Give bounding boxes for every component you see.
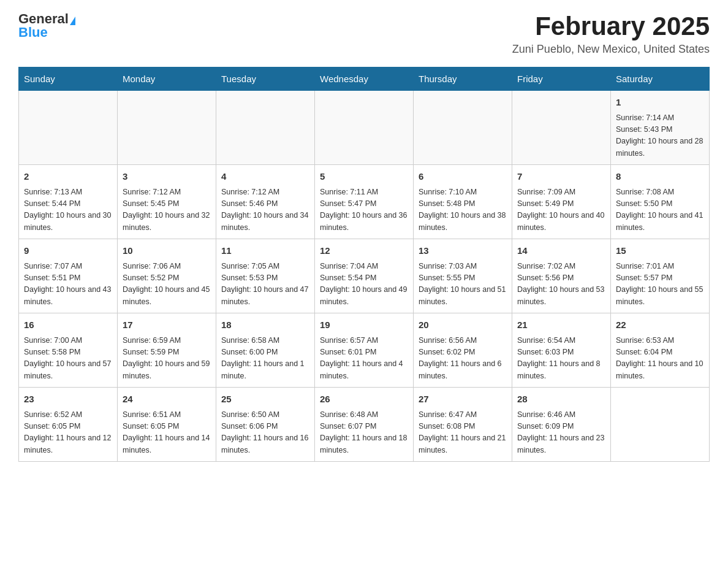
calendar-cell: 20Sunrise: 6:56 AMSunset: 6:02 PMDayligh… <box>414 313 512 388</box>
day-number: 22 <box>616 318 704 332</box>
day-number: 17 <box>123 318 211 332</box>
calendar-week-row: 16Sunrise: 7:00 AMSunset: 5:58 PMDayligh… <box>19 313 710 388</box>
day-of-week-header: Friday <box>512 67 611 91</box>
day-info: Sunrise: 7:13 AMSunset: 5:44 PMDaylight:… <box>24 186 112 234</box>
calendar-week-row: 23Sunrise: 6:52 AMSunset: 6:05 PMDayligh… <box>19 388 710 462</box>
day-info: Sunrise: 7:05 AMSunset: 5:53 PMDaylight:… <box>221 261 309 308</box>
day-number: 15 <box>616 244 704 258</box>
location-subtitle: Zuni Pueblo, New Mexico, United States <box>512 43 710 56</box>
day-number: 5 <box>320 170 408 184</box>
day-number: 1 <box>616 96 704 110</box>
day-of-week-header: Tuesday <box>216 67 315 91</box>
day-number: 8 <box>616 170 704 184</box>
day-number: 6 <box>419 170 507 184</box>
day-number: 14 <box>517 244 605 258</box>
calendar-cell <box>216 91 315 165</box>
calendar-cell <box>414 91 512 165</box>
calendar-cell: 23Sunrise: 6:52 AMSunset: 6:05 PMDayligh… <box>19 388 118 462</box>
calendar-cell: 24Sunrise: 6:51 AMSunset: 6:05 PMDayligh… <box>118 388 216 462</box>
calendar-cell <box>611 388 710 462</box>
calendar-cell: 14Sunrise: 7:02 AMSunset: 5:56 PMDayligh… <box>512 239 611 313</box>
header-row: SundayMondayTuesdayWednesdayThursdayFrid… <box>19 67 710 91</box>
calendar-cell: 16Sunrise: 7:00 AMSunset: 5:58 PMDayligh… <box>19 313 118 388</box>
calendar-cell: 11Sunrise: 7:05 AMSunset: 5:53 PMDayligh… <box>216 239 315 313</box>
day-of-week-header: Monday <box>118 67 216 91</box>
calendar-cell: 13Sunrise: 7:03 AMSunset: 5:55 PMDayligh… <box>414 239 512 313</box>
day-info: Sunrise: 7:08 AMSunset: 5:50 PMDaylight:… <box>616 186 704 234</box>
day-number: 3 <box>123 170 211 184</box>
day-info: Sunrise: 6:50 AMSunset: 6:06 PMDaylight:… <box>221 409 309 457</box>
day-number: 25 <box>221 393 309 407</box>
day-info: Sunrise: 7:11 AMSunset: 5:47 PMDaylight:… <box>320 186 408 234</box>
day-number: 16 <box>24 318 112 332</box>
day-of-week-header: Saturday <box>611 67 710 91</box>
calendar-cell: 10Sunrise: 7:06 AMSunset: 5:52 PMDayligh… <box>118 239 216 313</box>
day-number: 4 <box>221 170 309 184</box>
calendar-cell: 12Sunrise: 7:04 AMSunset: 5:54 PMDayligh… <box>315 239 414 313</box>
day-number: 28 <box>517 393 605 407</box>
calendar-cell: 8Sunrise: 7:08 AMSunset: 5:50 PMDaylight… <box>611 165 710 239</box>
day-number: 27 <box>419 393 507 407</box>
calendar-cell: 17Sunrise: 6:59 AMSunset: 5:59 PMDayligh… <box>118 313 216 388</box>
calendar-header: SundayMondayTuesdayWednesdayThursdayFrid… <box>19 67 710 91</box>
day-number: 11 <box>221 244 309 258</box>
calendar-cell: 22Sunrise: 6:53 AMSunset: 6:04 PMDayligh… <box>611 313 710 388</box>
day-number: 10 <box>123 244 211 258</box>
day-info: Sunrise: 6:57 AMSunset: 6:01 PMDaylight:… <box>320 335 408 383</box>
day-number: 20 <box>419 318 507 332</box>
calendar-cell: 19Sunrise: 6:57 AMSunset: 6:01 PMDayligh… <box>315 313 414 388</box>
calendar-body: 1Sunrise: 7:14 AMSunset: 5:43 PMDaylight… <box>19 91 710 462</box>
day-info: Sunrise: 6:59 AMSunset: 5:59 PMDaylight:… <box>123 335 211 383</box>
day-number: 18 <box>221 318 309 332</box>
calendar-cell: 26Sunrise: 6:48 AMSunset: 6:07 PMDayligh… <box>315 388 414 462</box>
calendar-cell: 3Sunrise: 7:12 AMSunset: 5:45 PMDaylight… <box>118 165 216 239</box>
day-of-week-header: Wednesday <box>315 67 414 91</box>
day-number: 23 <box>24 393 112 407</box>
day-number: 26 <box>320 393 408 407</box>
calendar-cell <box>315 91 414 165</box>
calendar-week-row: 9Sunrise: 7:07 AMSunset: 5:51 PMDaylight… <box>19 239 710 313</box>
day-number: 19 <box>320 318 408 332</box>
day-info: Sunrise: 6:48 AMSunset: 6:07 PMDaylight:… <box>320 409 408 457</box>
day-number: 13 <box>419 244 507 258</box>
day-info: Sunrise: 7:14 AMSunset: 5:43 PMDaylight:… <box>616 112 704 160</box>
calendar-cell: 28Sunrise: 6:46 AMSunset: 6:09 PMDayligh… <box>512 388 611 462</box>
day-info: Sunrise: 6:47 AMSunset: 6:08 PMDaylight:… <box>419 409 507 457</box>
day-number: 7 <box>517 170 605 184</box>
logo-blue-label: Blue <box>18 25 48 40</box>
calendar-cell: 2Sunrise: 7:13 AMSunset: 5:44 PMDaylight… <box>19 165 118 239</box>
month-title: February 2025 <box>512 12 710 40</box>
day-info: Sunrise: 7:00 AMSunset: 5:58 PMDaylight:… <box>24 335 112 383</box>
day-number: 12 <box>320 244 408 258</box>
day-number: 21 <box>517 318 605 332</box>
calendar-week-row: 2Sunrise: 7:13 AMSunset: 5:44 PMDaylight… <box>19 165 710 239</box>
day-info: Sunrise: 6:51 AMSunset: 6:05 PMDaylight:… <box>123 409 211 457</box>
day-info: Sunrise: 6:46 AMSunset: 6:09 PMDaylight:… <box>517 409 605 457</box>
day-info: Sunrise: 7:01 AMSunset: 5:57 PMDaylight:… <box>616 261 704 308</box>
calendar-cell: 27Sunrise: 6:47 AMSunset: 6:08 PMDayligh… <box>414 388 512 462</box>
calendar-cell: 18Sunrise: 6:58 AMSunset: 6:00 PMDayligh… <box>216 313 315 388</box>
day-of-week-header: Sunday <box>19 67 118 91</box>
day-number: 2 <box>24 170 112 184</box>
calendar-cell: 5Sunrise: 7:11 AMSunset: 5:47 PMDaylight… <box>315 165 414 239</box>
day-info: Sunrise: 6:56 AMSunset: 6:02 PMDaylight:… <box>419 335 507 383</box>
title-area: February 2025 Zuni Pueblo, New Mexico, U… <box>512 12 710 56</box>
logo-triangle-icon <box>70 17 75 25</box>
logo-blue-text: Blue <box>18 26 48 39</box>
day-of-week-header: Thursday <box>414 67 512 91</box>
calendar-cell: 7Sunrise: 7:09 AMSunset: 5:49 PMDaylight… <box>512 165 611 239</box>
day-number: 24 <box>123 393 211 407</box>
day-info: Sunrise: 7:04 AMSunset: 5:54 PMDaylight:… <box>320 261 408 308</box>
day-info: Sunrise: 6:58 AMSunset: 6:00 PMDaylight:… <box>221 335 309 383</box>
logo: General Blue <box>18 12 75 39</box>
calendar-table: SundayMondayTuesdayWednesdayThursdayFrid… <box>18 67 710 462</box>
calendar-week-row: 1Sunrise: 7:14 AMSunset: 5:43 PMDaylight… <box>19 91 710 165</box>
day-info: Sunrise: 7:09 AMSunset: 5:49 PMDaylight:… <box>517 186 605 234</box>
calendar-cell <box>19 91 118 165</box>
logo-text: General <box>18 12 75 26</box>
calendar-cell: 6Sunrise: 7:10 AMSunset: 5:48 PMDaylight… <box>414 165 512 239</box>
day-info: Sunrise: 6:53 AMSunset: 6:04 PMDaylight:… <box>616 335 704 383</box>
calendar-cell <box>118 91 216 165</box>
calendar-cell: 15Sunrise: 7:01 AMSunset: 5:57 PMDayligh… <box>611 239 710 313</box>
day-info: Sunrise: 6:52 AMSunset: 6:05 PMDaylight:… <box>24 409 112 457</box>
